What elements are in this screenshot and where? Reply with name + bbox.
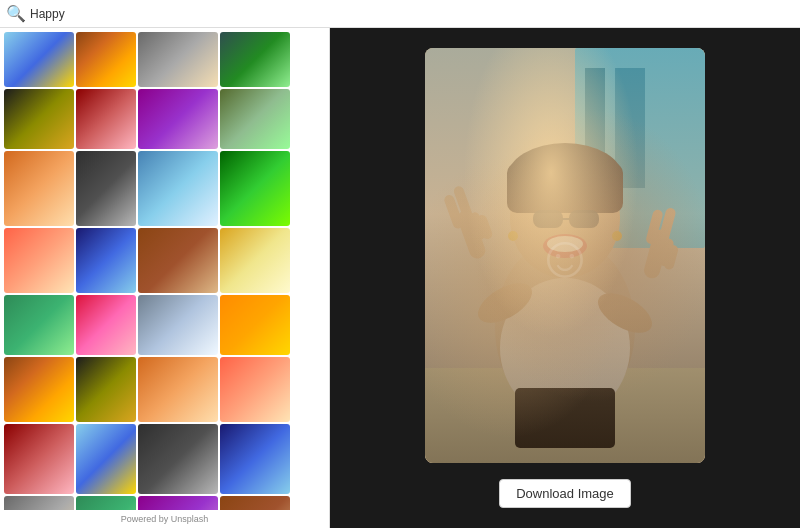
svg-rect-18 — [452, 185, 475, 226]
svg-rect-3 — [615, 68, 645, 188]
app-icon: 🔍 — [8, 6, 24, 22]
list-item[interactable] — [4, 496, 74, 510]
list-item[interactable] — [4, 32, 74, 87]
app-title: Happy — [30, 7, 65, 21]
list-item[interactable] — [76, 496, 136, 510]
svg-point-15 — [547, 236, 583, 252]
preview-image — [425, 48, 705, 463]
list-item[interactable] — [76, 32, 136, 87]
list-item[interactable] — [76, 228, 136, 293]
list-item[interactable] — [138, 89, 218, 149]
list-item[interactable] — [220, 496, 290, 510]
svg-rect-21 — [642, 228, 670, 280]
list-item[interactable] — [4, 295, 74, 355]
right-panel: Download Image — [330, 28, 800, 528]
list-item[interactable] — [138, 357, 218, 422]
list-item[interactable] — [138, 32, 218, 87]
download-image-button[interactable]: Download Image — [499, 479, 631, 508]
svg-point-6 — [500, 278, 630, 418]
list-item[interactable] — [220, 228, 290, 293]
svg-rect-4 — [425, 368, 705, 463]
svg-rect-19 — [468, 211, 487, 241]
grid-row — [4, 357, 325, 422]
list-item[interactable] — [76, 295, 136, 355]
svg-rect-2 — [585, 68, 605, 188]
svg-rect-7 — [515, 388, 615, 448]
svg-rect-16 — [455, 208, 487, 260]
svg-point-14 — [543, 234, 587, 258]
grid-row — [4, 32, 325, 87]
svg-rect-20 — [476, 214, 494, 241]
list-item[interactable] — [76, 424, 136, 494]
svg-point-9 — [507, 143, 623, 213]
list-item[interactable] — [220, 151, 290, 226]
svg-rect-0 — [425, 48, 705, 463]
grid-row — [4, 151, 325, 226]
svg-point-26 — [472, 275, 539, 331]
svg-point-8 — [510, 158, 620, 278]
list-item[interactable] — [220, 89, 290, 149]
list-item[interactable] — [138, 424, 218, 494]
main-content: Powered by Unsplash — [0, 28, 800, 528]
preview-image-container — [425, 48, 705, 463]
svg-rect-22 — [645, 209, 664, 245]
grid-row — [4, 424, 325, 494]
svg-point-29 — [612, 231, 622, 241]
list-item[interactable] — [138, 151, 218, 226]
top-bar: 🔍 Happy — [0, 0, 800, 28]
list-item[interactable] — [76, 151, 136, 226]
grid-row — [4, 496, 325, 510]
list-item[interactable] — [138, 295, 218, 355]
list-item[interactable] — [76, 89, 136, 149]
svg-rect-24 — [658, 238, 675, 268]
list-item[interactable] — [220, 424, 290, 494]
list-item[interactable] — [4, 89, 74, 149]
list-item[interactable] — [220, 357, 290, 422]
svg-rect-17 — [443, 194, 464, 230]
watermark-text: Powered by Unsplash — [0, 510, 329, 528]
svg-rect-23 — [657, 207, 677, 248]
image-grid[interactable] — [0, 28, 329, 510]
list-item[interactable] — [4, 151, 74, 226]
svg-point-5 — [495, 238, 635, 418]
list-item[interactable] — [138, 228, 218, 293]
grid-row — [4, 228, 325, 293]
list-item[interactable] — [76, 357, 136, 422]
list-item[interactable] — [220, 295, 290, 355]
svg-rect-25 — [663, 244, 679, 271]
grid-row — [4, 89, 325, 149]
svg-rect-12 — [569, 210, 599, 228]
svg-rect-10 — [507, 163, 623, 213]
grid-row — [4, 295, 325, 355]
list-item[interactable] — [4, 357, 74, 422]
svg-rect-1 — [575, 48, 705, 248]
list-item[interactable] — [220, 32, 290, 87]
list-item[interactable] — [4, 228, 74, 293]
svg-point-27 — [592, 285, 659, 341]
list-item[interactable] — [4, 424, 74, 494]
svg-rect-11 — [533, 210, 563, 228]
left-panel: Powered by Unsplash — [0, 28, 330, 528]
svg-point-28 — [508, 231, 518, 241]
list-item[interactable] — [138, 496, 218, 510]
